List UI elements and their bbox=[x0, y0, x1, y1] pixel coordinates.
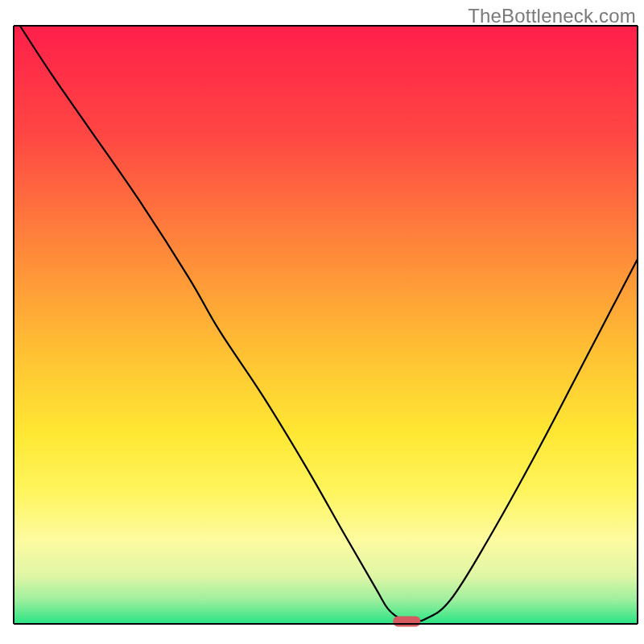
optimal-marker bbox=[393, 617, 420, 627]
bottleneck-plot bbox=[0, 0, 644, 644]
watermark-text: TheBottleneck.com bbox=[468, 5, 636, 27]
chart-stage: TheBottleneck.com bbox=[0, 0, 644, 644]
gradient-background bbox=[14, 26, 638, 624]
